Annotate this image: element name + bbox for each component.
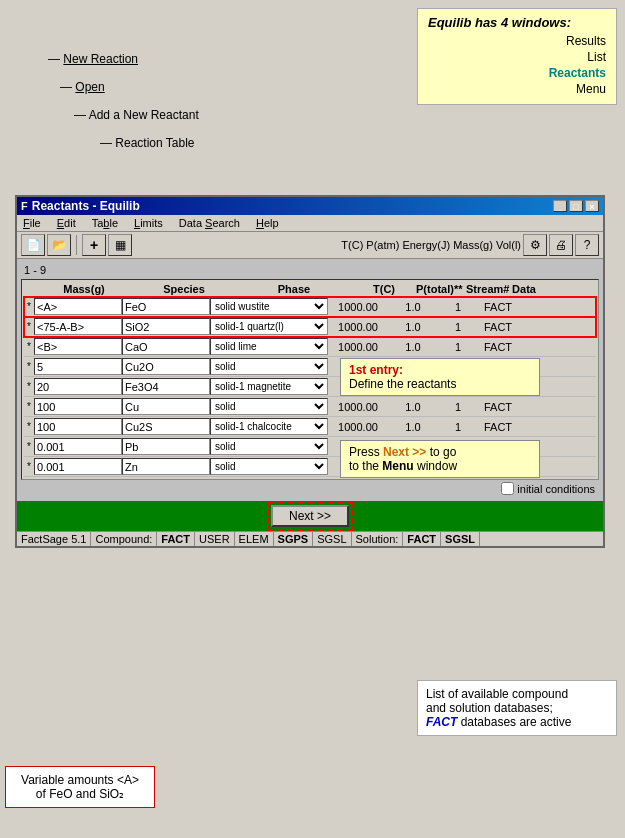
status-elem[interactable]: ELEM — [235, 532, 274, 546]
next-desc4: window — [414, 459, 457, 473]
status-sol-fact[interactable]: FACT — [403, 532, 441, 546]
ptotal-value: 1.0 — [388, 301, 438, 313]
toolbar-new[interactable]: 📄 — [21, 234, 45, 256]
menu-file[interactable]: File — [19, 216, 45, 230]
species-input[interactable] — [122, 378, 210, 395]
status-factsage: FactSage 5.1 — [17, 532, 91, 546]
species-input[interactable] — [122, 418, 210, 435]
callout-entry1: 1st entry: Define the reactants — [340, 358, 540, 396]
mass-input[interactable] — [34, 338, 122, 355]
toolbar-label: T(C) P(atm) Energy(J) Mass(g) Vol(l) — [341, 239, 521, 251]
status-sol-sgsl[interactable]: SGSL — [441, 532, 480, 546]
data-value: FACT — [478, 301, 518, 313]
tc-value: 1000.00 — [328, 401, 388, 413]
species-input[interactable] — [122, 298, 210, 315]
row-star: * — [24, 301, 34, 312]
next-desc1: Press — [349, 445, 383, 459]
toolbar-r2[interactable]: 🖨 — [549, 234, 573, 256]
status-sgps[interactable]: SGPS — [274, 532, 314, 546]
row-star: * — [24, 381, 34, 392]
title-bar: F Reactants - Equilib _ □ × — [17, 197, 603, 215]
next-keyword: Next >> — [383, 445, 426, 459]
maximize-btn[interactable]: □ — [569, 200, 583, 212]
mass-input[interactable] — [34, 458, 122, 475]
species-input[interactable] — [122, 458, 210, 475]
mass-input[interactable] — [34, 418, 122, 435]
row-indicator: 1 - 9 — [21, 263, 599, 277]
window-reactants: Reactants — [428, 66, 606, 80]
status-bar: FactSage 5.1 Compound: FACT USER ELEM SG… — [17, 531, 603, 546]
species-input[interactable] — [122, 338, 210, 355]
add-reactant-label: — Add a New Reactant — [74, 108, 199, 122]
row-star: * — [24, 341, 34, 352]
menu-datasearch[interactable]: Data Search — [175, 216, 244, 230]
mass-input[interactable] — [34, 398, 122, 415]
tc-value: 1000.00 — [328, 301, 388, 313]
phase-select[interactable]: solid — [210, 398, 328, 415]
phase-select[interactable]: solid-1 chalcocite — [210, 418, 328, 435]
variable-annotation: Variable amounts <A>of FeO and SiO₂ — [5, 766, 155, 808]
data-value: FACT — [478, 321, 518, 333]
status-user[interactable]: USER — [195, 532, 235, 546]
species-input[interactable] — [122, 438, 210, 455]
species-input[interactable] — [122, 318, 210, 335]
species-input[interactable] — [122, 398, 210, 415]
ptotal-value: 1.0 — [388, 401, 438, 413]
tc-value: 1000.00 — [328, 341, 388, 353]
next-desc3: to the — [349, 459, 382, 473]
initial-conditions-label[interactable]: initial conditions — [501, 482, 595, 495]
stream-value: 1 — [438, 421, 478, 433]
status-compound-label: Compound: — [91, 532, 157, 546]
phase-select[interactable]: solid — [210, 458, 328, 475]
tc-value: 1000.00 — [328, 321, 388, 333]
minimize-btn[interactable]: _ — [553, 200, 567, 212]
reaction-table-label: — Reaction Table — [100, 136, 195, 150]
row-star: * — [24, 441, 34, 452]
phase-select[interactable]: solid-1 magnetite — [210, 378, 328, 395]
toolbar-add[interactable]: + — [82, 234, 106, 256]
menu-table[interactable]: Table — [88, 216, 122, 230]
toolbar-r3[interactable]: ? — [575, 234, 599, 256]
toolbar-r1[interactable]: ⚙ — [523, 234, 547, 256]
phase-select[interactable]: solid — [210, 358, 328, 375]
mass-input[interactable] — [34, 298, 122, 315]
phase-select[interactable]: solid lime — [210, 338, 328, 355]
title-bar-icon: F — [21, 200, 28, 212]
bottom-area: Next >> — [17, 501, 603, 531]
row-star: * — [24, 321, 34, 332]
phase-select[interactable]: solid wustite — [210, 298, 328, 315]
mass-input[interactable] — [34, 358, 122, 375]
menu-limits[interactable]: Limits — [130, 216, 167, 230]
stream-value: 1 — [438, 341, 478, 353]
status-solution-label: Solution: — [352, 532, 404, 546]
fact-highlight: FACT — [426, 715, 457, 729]
header-species: Species — [134, 282, 234, 296]
menu-edit[interactable]: Edit — [53, 216, 80, 230]
mass-input[interactable] — [34, 378, 122, 395]
status-fact[interactable]: FACT — [157, 532, 195, 546]
stream-value: 1 — [438, 301, 478, 313]
phase-select[interactable]: solid — [210, 438, 328, 455]
table-row: * solid wustite 1000.00 1.0 1 FACT — [24, 297, 596, 317]
row-star: * — [24, 401, 34, 412]
row-star: * — [24, 361, 34, 372]
info-box-title: Equilib has 4 windows: — [428, 15, 606, 30]
new-reaction-label: — New Reaction — [48, 52, 138, 66]
data-value: FACT — [478, 401, 518, 413]
species-input[interactable] — [122, 358, 210, 375]
data-value: FACT — [478, 341, 518, 353]
mass-input[interactable] — [34, 318, 122, 335]
header-data: Data — [504, 282, 544, 296]
next-button[interactable]: Next >> — [271, 505, 349, 527]
menu-help[interactable]: Help — [252, 216, 283, 230]
phase-select[interactable]: solid-1 quartz(l) — [210, 318, 328, 335]
data-value: FACT — [478, 421, 518, 433]
initial-conditions-checkbox[interactable] — [501, 482, 514, 495]
open-label: — Open — [60, 80, 105, 94]
close-btn[interactable]: × — [585, 200, 599, 212]
mass-input[interactable] — [34, 438, 122, 455]
toolbar-table[interactable]: ▦ — [108, 234, 132, 256]
toolbar-open[interactable]: 📂 — [47, 234, 71, 256]
status-sgsl[interactable]: SGSL — [313, 532, 351, 546]
databases-text: List of available compoundand solution d… — [426, 687, 568, 715]
